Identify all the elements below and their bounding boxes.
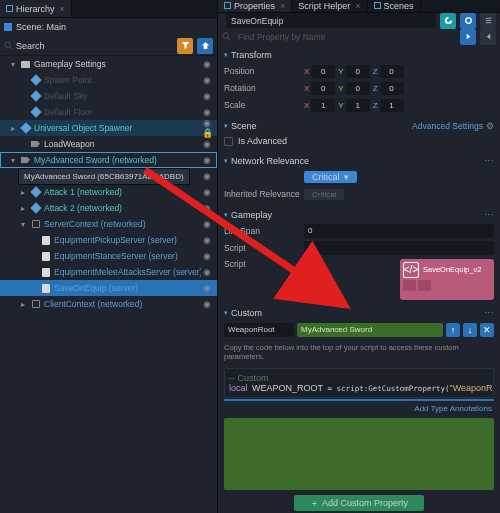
is-advanced-checkbox[interactable]: [224, 137, 233, 146]
tree-row[interactable]: ▸Universal Object Spawner◉🔒: [0, 120, 217, 136]
move-down-button[interactable]: ↓: [463, 323, 477, 337]
scene-header: Scene: Main: [0, 18, 217, 36]
chevron-down-icon: ▾: [344, 172, 349, 182]
section-header[interactable]: ▾SceneAdvanced Settings⚙: [224, 118, 494, 134]
section-header[interactable]: ▾Network Relevance⋯: [224, 153, 494, 169]
script-label: Script: [224, 243, 300, 253]
find-row: Find Property by Name: [218, 29, 500, 45]
tab-properties[interactable]: Properties×: [218, 0, 292, 12]
gear-icon[interactable]: ⚙: [486, 121, 494, 131]
code-icon: </>: [403, 262, 419, 278]
script-action-1[interactable]: [403, 280, 416, 291]
tree-row[interactable]: EquipmentPickupServer (server)◉: [0, 232, 217, 248]
close-icon[interactable]: ×: [60, 4, 65, 14]
script-input[interactable]: [304, 241, 494, 255]
svg-point-3: [465, 18, 470, 23]
find-input[interactable]: Find Property by Name: [235, 32, 456, 42]
search-row: Search: [0, 36, 217, 56]
section-header[interactable]: ▾Transform: [224, 47, 494, 63]
section-transform: ▾Transform PositionX0Y0Z0 RotationX0Y0Z0…: [218, 45, 500, 116]
tree-row[interactable]: EquipmentMeleeAttacksServer (server)◉: [0, 264, 217, 280]
move-up-button[interactable]: ↑: [446, 323, 460, 337]
scl-y[interactable]: 1: [346, 99, 370, 112]
more-icon[interactable]: ⋯: [484, 155, 494, 166]
script2-label: Script: [224, 259, 300, 269]
rot-x[interactable]: 0: [311, 82, 335, 95]
delete-button[interactable]: ✕: [480, 323, 494, 337]
search-input[interactable]: Search: [4, 41, 173, 51]
tab-hierarchy[interactable]: Hierarchy ×: [0, 0, 72, 17]
section-custom: ▾Custom⋯ WeaponRoot MyAdvanced Sword ↑ ↓…: [218, 303, 500, 514]
tree-row[interactable]: Spawn Point◉: [0, 72, 217, 88]
more-icon[interactable]: ⋯: [484, 209, 494, 220]
add-custom-property-button[interactable]: ＋Add Custom Property: [294, 495, 424, 511]
tree-row[interactable]: SaveOnEquip (server)◉: [0, 280, 217, 296]
refresh-button[interactable]: [440, 13, 456, 29]
tree-row[interactable]: ▸ClientContext (networked)◉: [0, 296, 217, 312]
scene-title: Scene: Main: [16, 22, 66, 32]
section-network: ▾Network Relevance⋯ Critical▾ Inherited …: [218, 151, 500, 205]
left-tabbar: Hierarchy ×: [0, 0, 217, 18]
drop-zone[interactable]: [224, 418, 494, 490]
pos-x[interactable]: 0: [311, 65, 335, 78]
tree-row[interactable]: Default Sky◉: [0, 88, 217, 104]
lifespan-input[interactable]: 0: [304, 224, 494, 238]
advanced-settings-link[interactable]: Advanced Settings: [412, 121, 483, 131]
tab-script-helper[interactable]: Script Helper×: [292, 0, 367, 12]
custom-prop-name[interactable]: WeaponRoot: [224, 323, 294, 337]
section-header[interactable]: ▾Custom⋯: [224, 305, 494, 321]
close-icon[interactable]: ×: [280, 1, 285, 11]
inherited-value: Critical: [304, 189, 344, 200]
tree-row[interactable]: ▸Attack 1 (networked)◉: [0, 184, 217, 200]
more-icon[interactable]: ⋯: [484, 307, 494, 318]
tree-row[interactable]: ▾Gameplay Settings◉: [0, 56, 217, 72]
object-name-input[interactable]: SaveOnEquip: [226, 13, 436, 28]
is-advanced-label: Is Advanced: [238, 136, 287, 146]
position-label: Position: [224, 66, 300, 76]
scale-label: Scale: [224, 100, 300, 110]
rot-z[interactable]: 0: [380, 82, 404, 95]
section-gameplay: ▾Gameplay⋯ Life Span0 Script Script </>S…: [218, 205, 500, 303]
svg-line-8: [227, 37, 230, 40]
revert-button[interactable]: [480, 29, 496, 45]
section-header[interactable]: ▾Gameplay⋯: [224, 207, 494, 223]
rot-y[interactable]: 0: [346, 82, 370, 95]
scene-icon: [4, 23, 12, 31]
tree-row[interactable]: ▾ServerContext (networked)◉: [0, 216, 217, 232]
pos-y[interactable]: 0: [346, 65, 370, 78]
tab-icon: [6, 5, 13, 12]
custom-prop-value[interactable]: MyAdvanced Sword: [297, 323, 443, 337]
add-annotations-link[interactable]: Add Type Annotations: [224, 401, 494, 416]
svg-line-1: [9, 46, 12, 49]
scl-x[interactable]: 1: [311, 99, 335, 112]
collapse-button[interactable]: [197, 38, 213, 54]
scl-z[interactable]: 1: [380, 99, 404, 112]
relevance-dropdown[interactable]: Critical▾: [304, 171, 357, 183]
search-icon: [222, 32, 231, 41]
menu-button[interactable]: [480, 13, 496, 29]
svg-rect-5: [485, 20, 490, 21]
tree-row[interactable]: LoadWeapon◉: [0, 136, 217, 152]
tooltip: MyAdvanced Sword (65CB63971ADBADBD): [18, 168, 190, 185]
pos-z[interactable]: 0: [380, 65, 404, 78]
tree-row[interactable]: Default Floor◉: [0, 104, 217, 120]
hierarchy-panel: Hierarchy × Scene: Main Search ▾Gameplay…: [0, 0, 218, 513]
hierarchy-tree[interactable]: ▾Gameplay Settings◉Spawn Point◉Default S…: [0, 56, 217, 513]
section-scene: ▾SceneAdvanced Settings⚙ Is Advanced: [218, 116, 500, 151]
tab-scenes[interactable]: Scenes: [368, 0, 421, 12]
svg-rect-6: [485, 22, 490, 23]
custom-hint: Copy the code below into the top of your…: [224, 339, 494, 367]
tree-row[interactable]: ▸Attack 2 (networked)◉: [0, 200, 217, 216]
tree-row[interactable]: ▾MyAdvanced Sword (networked)◉: [0, 152, 217, 168]
sync-button[interactable]: [460, 13, 476, 29]
tree-row[interactable]: EquipmentStanceServer (server)◉: [0, 248, 217, 264]
properties-panel: Properties× Script Helper× Scenes SaveOn…: [218, 0, 500, 513]
right-tabbar: Properties× Script Helper× Scenes: [218, 0, 500, 13]
script-reference[interactable]: </>SaveOnEquip_v2: [400, 259, 494, 300]
navigate-button[interactable]: [460, 29, 476, 45]
close-icon[interactable]: ×: [355, 1, 360, 11]
filter-button[interactable]: [177, 38, 193, 54]
object-row: SaveOnEquip: [218, 13, 500, 29]
script-action-2[interactable]: [418, 280, 431, 291]
code-snippet[interactable]: -- Custom local WEAPON_ROOT = script:Get…: [224, 368, 494, 398]
